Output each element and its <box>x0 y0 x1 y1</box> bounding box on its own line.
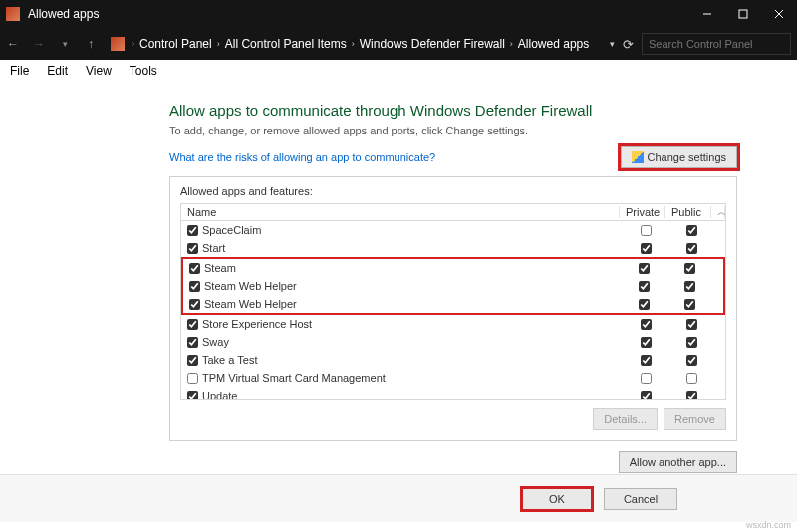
table-row[interactable]: SpaceClaim <box>181 221 725 239</box>
menu-file[interactable]: File <box>6 62 33 80</box>
svg-rect-1 <box>739 10 747 18</box>
titlebar: Allowed apps <box>0 0 797 28</box>
app-enabled-checkbox[interactable] <box>189 263 200 274</box>
list-header: Name Private Public ︿ <box>180 203 726 221</box>
col-public[interactable]: Public <box>665 206 711 218</box>
public-checkbox[interactable] <box>684 263 695 274</box>
change-settings-label: Change settings <box>648 151 727 163</box>
table-row[interactable]: Take a Test <box>181 351 725 369</box>
private-checkbox[interactable] <box>641 243 652 254</box>
menu-bar: File Edit View Tools <box>0 60 797 82</box>
table-row[interactable]: Steam Web Helper <box>183 277 723 295</box>
private-checkbox[interactable] <box>641 225 652 236</box>
table-row[interactable]: Start <box>181 239 725 257</box>
table-row[interactable]: Update <box>181 387 725 400</box>
public-checkbox[interactable] <box>686 391 697 401</box>
caret-up-icon[interactable]: ︿ <box>711 206 725 219</box>
public-checkbox[interactable] <box>686 373 697 384</box>
table-row[interactable]: Sway <box>181 333 725 351</box>
chevron-right-icon: › <box>510 39 513 49</box>
private-checkbox[interactable] <box>639 281 650 292</box>
menu-view[interactable]: View <box>82 62 116 80</box>
minimize-button[interactable] <box>701 8 713 20</box>
search-box[interactable] <box>642 33 791 55</box>
table-row[interactable]: Steam Web Helper <box>183 295 723 313</box>
crumb-all-items[interactable]: All Control Panel Items <box>222 37 350 51</box>
search-input[interactable] <box>649 38 784 50</box>
allow-another-app-button[interactable]: Allow another app... <box>619 451 737 473</box>
app-name-label: Take a Test <box>202 354 257 366</box>
app-icon <box>6 7 20 21</box>
up-button[interactable]: ↑ <box>78 28 104 60</box>
navbar: ← → ▾ ↑ › Control Panel › All Control Pa… <box>0 28 797 60</box>
chevron-right-icon: › <box>217 39 220 49</box>
risks-link[interactable]: What are the risks of allowing an app to… <box>169 151 435 163</box>
app-enabled-checkbox[interactable] <box>187 391 198 401</box>
chevron-right-icon: › <box>132 39 134 49</box>
app-name-label: Sway <box>202 336 229 348</box>
table-row[interactable]: TPM Virtual Smart Card Management <box>181 369 725 387</box>
col-name[interactable]: Name <box>181 206 620 218</box>
cancel-button[interactable]: Cancel <box>604 488 677 510</box>
app-list[interactable]: SpaceClaimStartSteamSteam Web HelperStea… <box>180 221 726 400</box>
app-name-label: TPM Virtual Smart Card Management <box>202 372 386 384</box>
menu-tools[interactable]: Tools <box>126 62 161 80</box>
app-name-label: Start <box>202 242 225 254</box>
shield-icon <box>632 151 644 163</box>
ok-button[interactable]: OK <box>520 486 594 512</box>
private-checkbox[interactable] <box>641 337 652 348</box>
app-enabled-checkbox[interactable] <box>187 225 198 236</box>
remove-button[interactable]: Remove <box>664 408 726 430</box>
menu-edit[interactable]: Edit <box>43 62 72 80</box>
public-checkbox[interactable] <box>686 319 697 330</box>
private-checkbox[interactable] <box>639 263 650 274</box>
app-enabled-checkbox[interactable] <box>187 355 198 366</box>
allowed-apps-group: Allowed apps and features: Name Private … <box>169 176 737 441</box>
page-heading: Allow apps to communicate through Window… <box>169 102 737 119</box>
public-checkbox[interactable] <box>684 299 695 310</box>
app-enabled-checkbox[interactable] <box>187 243 198 254</box>
back-button[interactable]: ← <box>0 28 26 60</box>
chevron-right-icon: › <box>352 39 355 49</box>
app-name-label: Update <box>202 390 237 400</box>
public-checkbox[interactable] <box>684 281 695 292</box>
app-enabled-checkbox[interactable] <box>187 337 198 348</box>
app-enabled-checkbox[interactable] <box>187 373 198 384</box>
private-checkbox[interactable] <box>641 355 652 366</box>
crumb-control-panel[interactable]: Control Panel <box>136 37 215 51</box>
refresh-button[interactable]: ⟳ <box>623 37 634 52</box>
recent-button[interactable]: ▾ <box>52 28 78 60</box>
close-button[interactable] <box>773 8 785 20</box>
private-checkbox[interactable] <box>641 373 652 384</box>
private-checkbox[interactable] <box>641 319 652 330</box>
dropdown-caret-icon[interactable]: ▾ <box>610 39 615 49</box>
col-private[interactable]: Private <box>620 206 665 218</box>
private-checkbox[interactable] <box>639 299 650 310</box>
crumb-allowed-apps[interactable]: Allowed apps <box>515 37 592 51</box>
app-name-label: Store Experience Host <box>202 318 312 330</box>
details-button[interactable]: Details... <box>593 408 658 430</box>
page-subtext: To add, change, or remove allowed apps a… <box>169 125 737 136</box>
public-checkbox[interactable] <box>686 243 697 254</box>
forward-button[interactable]: → <box>26 28 52 60</box>
app-enabled-checkbox[interactable] <box>187 319 198 330</box>
table-row[interactable]: Store Experience Host <box>181 315 725 333</box>
dialog-footer: OK Cancel <box>0 474 797 522</box>
app-enabled-checkbox[interactable] <box>189 281 200 292</box>
change-settings-button[interactable]: Change settings <box>621 146 738 168</box>
maximize-button[interactable] <box>737 8 749 20</box>
window-title: Allowed apps <box>28 7 701 21</box>
group-title: Allowed apps and features: <box>180 185 726 197</box>
app-name-label: Steam Web Helper <box>204 280 297 292</box>
app-enabled-checkbox[interactable] <box>189 299 200 310</box>
table-row[interactable]: Steam <box>183 259 723 277</box>
cp-icon <box>111 37 125 51</box>
public-checkbox[interactable] <box>686 225 697 236</box>
breadcrumb[interactable]: › Control Panel › All Control Panel Item… <box>104 33 610 55</box>
watermark: wsxdn.com <box>746 520 791 530</box>
content-area: Allow apps to communicate through Window… <box>0 82 797 479</box>
crumb-firewall[interactable]: Windows Defender Firewall <box>357 37 508 51</box>
public-checkbox[interactable] <box>686 337 697 348</box>
private-checkbox[interactable] <box>641 391 652 401</box>
public-checkbox[interactable] <box>686 355 697 366</box>
